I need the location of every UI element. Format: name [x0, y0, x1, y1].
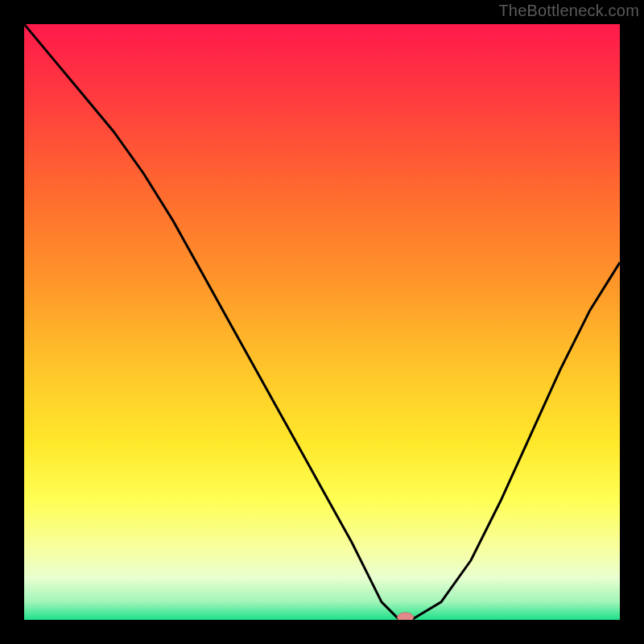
chart-svg — [24, 24, 620, 620]
plot-area — [24, 24, 620, 620]
watermark-text: TheBottleneck.com — [498, 2, 639, 20]
chart-frame: TheBottleneck.com — [0, 0, 644, 644]
optimal-marker — [398, 613, 414, 620]
background-rect — [24, 24, 620, 620]
